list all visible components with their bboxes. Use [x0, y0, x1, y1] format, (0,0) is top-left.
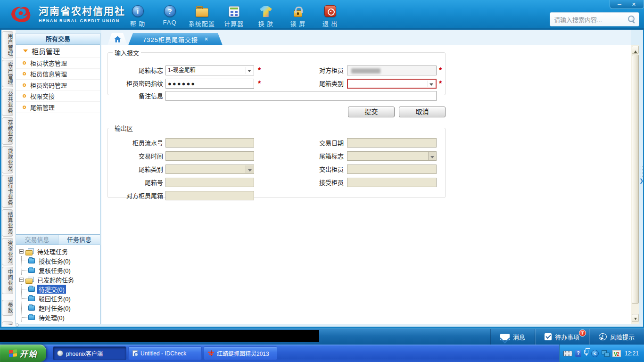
checkbox-icon — [545, 333, 552, 340]
clock[interactable]: 12:21 — [625, 350, 639, 357]
tray-help-icon[interactable]: ? — [575, 350, 581, 357]
tree-item-timeout-tasks[interactable]: 超时任务(0) — [22, 303, 100, 313]
box-type-select[interactable] — [347, 79, 437, 89]
tab-close-icon[interactable]: × — [205, 36, 208, 42]
counterparty-teller-label: 对方柜员 — [287, 66, 344, 75]
submit-button[interactable]: 提交 — [348, 107, 395, 117]
exit-button[interactable]: 退 出 — [314, 4, 346, 28]
tab-parameters[interactable]: 参数 — [2, 300, 13, 316]
bullet-icon — [23, 72, 26, 75]
scroll-up-button[interactable] — [632, 46, 639, 54]
tab-user-management[interactable]: 用户管理 — [2, 31, 13, 58]
bottom-panel-tabs: 交易信息 任务信息 — [16, 235, 100, 245]
keyboard-icon[interactable] — [563, 351, 572, 356]
faq-icon: ? — [164, 5, 176, 17]
tab-settlement-business[interactable]: 结算业务 — [2, 209, 13, 237]
tab-intermediate-business[interactable]: 中间业务 — [2, 267, 13, 294]
tree-item-pending-tasks[interactable]: 待处理任务 — [16, 247, 100, 256]
folder-icon — [28, 315, 35, 320]
search-placeholder: 请输入搜索内容... — [550, 15, 627, 24]
box-type-output-select — [165, 165, 254, 174]
tree-item-rejected-tasks[interactable]: 驳回任务(0) — [22, 294, 100, 303]
counterparty-teller-input[interactable] — [347, 66, 437, 75]
document-search-icon — [132, 350, 138, 356]
faq-button[interactable]: ? FAQ — [154, 4, 186, 28]
remark-input[interactable] — [165, 91, 437, 101]
tab-loan-business[interactable]: 贷款业务 — [2, 146, 13, 173]
application-window: 河南省农村信用社 HENAN RURAL CREDIT UNION i 帮 助 … — [0, 0, 644, 362]
home-icon — [114, 36, 122, 43]
nav-item-cashbox-management[interactable]: 尾箱管理 — [16, 102, 100, 113]
required-mark: * — [439, 79, 442, 89]
lock-screen-button[interactable]: 锁 屏 — [282, 4, 314, 28]
system-tray: ? < V2 12:21 — [559, 345, 644, 362]
messages-button[interactable]: 消息 — [490, 329, 535, 345]
tab-customer-management[interactable]: 客户管理 — [2, 60, 13, 87]
tray-back-icon[interactable]: < — [591, 350, 599, 357]
panel-collapse-handle[interactable]: ❯ — [639, 166, 644, 187]
tab-7325-cashbox-handover[interactable]: 7325柜员尾箱交接 × — [128, 33, 223, 45]
help-button[interactable]: i 帮 助 — [122, 4, 154, 28]
box-flag-select[interactable]: 1-现金尾箱 — [165, 66, 254, 75]
taskbar-button-phoenix-client[interactable]: phoenix客户端 — [53, 346, 126, 360]
tab-bankcard-business[interactable]: 银行卡业务 — [2, 175, 13, 208]
box-type-output-label: 尾箱类别 — [108, 165, 163, 174]
folder-icon — [28, 296, 35, 301]
nav-item-authority-handover[interactable]: 权限交接 — [16, 91, 100, 102]
folder-group-icon — [25, 248, 33, 255]
search-icon[interactable] — [627, 15, 636, 24]
home-tab[interactable] — [107, 33, 127, 45]
tab-task-info[interactable]: 任务信息 — [58, 235, 100, 245]
document-tab-bar: 7325柜员尾箱交接 × — [101, 30, 631, 45]
header-bar: 河南省农村信用社 HENAN RURAL CREDIT UNION i 帮 助 … — [0, 0, 644, 30]
bank-subtitle: HENAN RURAL CREDIT UNION — [39, 18, 125, 23]
teller-password-input[interactable]: ●●●●●● — [165, 79, 254, 89]
tab-common-tools[interactable]: 常用工具 — [2, 321, 13, 325]
start-button[interactable]: 开始 — [0, 345, 46, 362]
tree-item-to-process[interactable]: 待处理(0) — [22, 313, 100, 322]
v2-tray-icon[interactable]: V2 — [612, 350, 621, 357]
tab-deposit-business[interactable]: 存款业务 — [2, 117, 13, 145]
nav-item-teller-password[interactable]: 柜员密码管理 — [16, 80, 100, 91]
tab-funds-business[interactable]: 资金业务 — [2, 238, 13, 265]
tree-item-to-submit[interactable]: 待提交(0) — [22, 284, 100, 294]
tree-item-review-tasks[interactable]: 复核任务(0) — [22, 265, 100, 275]
todo-items-button[interactable]: 待办事项 7 — [535, 329, 589, 345]
network-icon[interactable] — [602, 350, 610, 356]
output-section: 输出区 柜员流水号 交易时间 尾箱类别 尾箱号 对方柜员尾箱 交易日期 尾箱标志… — [107, 123, 446, 198]
nav-item-teller-info[interactable]: 柜员信息管理 — [16, 69, 100, 80]
minimize-button[interactable]: ─ — [618, 2, 621, 7]
tree-item-authorize-tasks[interactable]: 授权任务(0) — [22, 256, 100, 265]
taskbar-button-screen-capture[interactable]: 红蜻蜓抓图精灵2013 — [204, 346, 277, 360]
vertical-scrollbar[interactable] — [631, 45, 639, 324]
mail-icon — [500, 334, 510, 340]
calculator-button[interactable]: 计算器 — [218, 4, 250, 28]
risk-alert-button[interactable]: 风险提示 — [589, 329, 644, 345]
receiving-teller-output — [347, 178, 437, 187]
collapse-expander-icon[interactable] — [19, 249, 24, 254]
module-tabs: 用户管理 客户管理 公共业务 存款业务 贷款业务 银行卡业务 结算业务 资金业务… — [2, 31, 15, 325]
close-button[interactable]: ✕ — [632, 2, 636, 7]
tree-item-initiated-tasks[interactable]: 已发起的任务 — [16, 275, 100, 284]
box-flag-label: 尾箱标志 — [108, 66, 163, 75]
scrollbar-thumb[interactable] — [632, 55, 639, 304]
tab-transaction-info[interactable]: 交易信息 — [16, 235, 58, 245]
main-content: 输入报文 尾箱标志 1-现金尾箱 * 对方柜员 * 柜员密码指纹 ●●●●●● … — [101, 45, 631, 324]
collapse-expander-icon[interactable] — [19, 278, 24, 282]
taskbar-button-idcheck[interactable]: Untitled - IDCheck — [128, 346, 202, 360]
box-number-output — [165, 178, 254, 187]
transaction-time-output — [165, 151, 254, 161]
panel-resize-grip[interactable] — [16, 323, 19, 327]
transaction-date-output — [347, 138, 437, 148]
system-config-button[interactable]: 系统配置 — [186, 4, 218, 28]
nav-item-teller-status[interactable]: 柜员状态管理 — [16, 58, 100, 69]
cancel-button[interactable]: 取消 — [399, 107, 446, 117]
change-skin-button[interactable]: 换 肤 — [250, 4, 282, 28]
scroll-down-button[interactable] — [632, 314, 639, 322]
nav-group-teller-management[interactable]: 柜员管理 — [16, 45, 100, 58]
box-type-label: 尾箱类别 — [287, 79, 344, 89]
transaction-time-label: 交易时间 — [108, 151, 163, 161]
tab-public-business[interactable]: 公共业务 — [2, 89, 13, 116]
language-bar-controls[interactable] — [584, 350, 588, 357]
search-input[interactable]: 请输入搜索内容... — [550, 12, 639, 26]
